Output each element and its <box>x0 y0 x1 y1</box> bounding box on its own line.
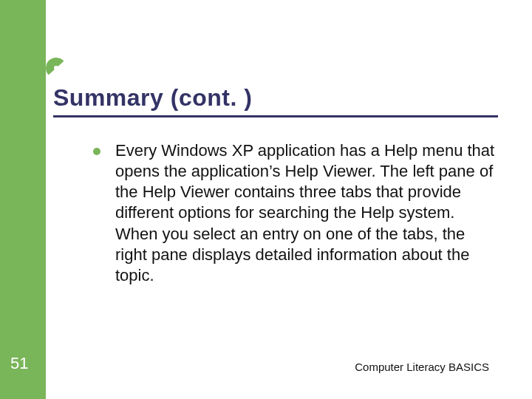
content-area: Every Windows XP application has a Help … <box>93 140 498 286</box>
corner-arc-decoration <box>45 57 66 78</box>
bullet-item: Every Windows XP application has a Help … <box>93 140 498 286</box>
title-underline <box>53 115 498 117</box>
bullet-dot-icon <box>93 148 100 155</box>
slide-title: Summary (cont. ) <box>53 84 252 112</box>
page-number: 51 <box>10 354 28 373</box>
bullet-text: Every Windows XP application has a Help … <box>115 140 498 286</box>
footer-text: Computer Literacy BASICS <box>355 361 489 373</box>
sidebar-accent <box>0 0 46 399</box>
